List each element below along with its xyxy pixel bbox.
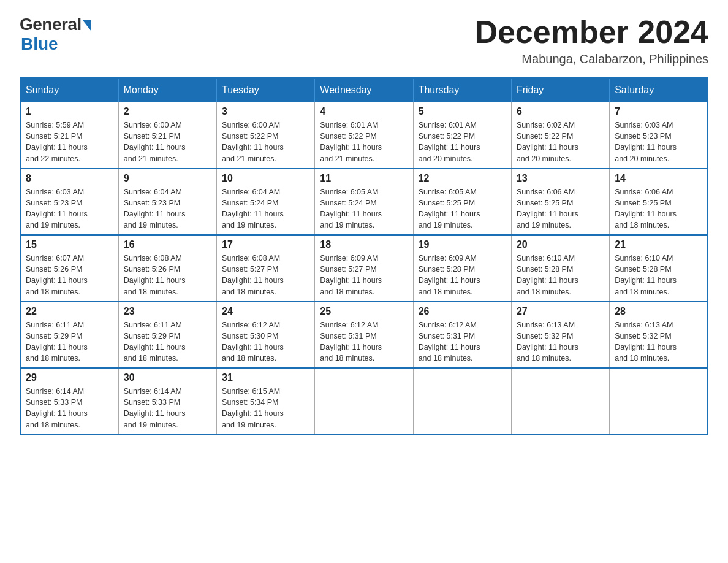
calendar-cell: 8Sunrise: 6:03 AM Sunset: 5:23 PM Daylig… [20, 169, 118, 236]
day-number: 18 [320, 239, 408, 250]
calendar-cell: 9Sunrise: 6:04 AM Sunset: 5:23 PM Daylig… [118, 169, 216, 236]
calendar-cell: 28Sunrise: 6:13 AM Sunset: 5:32 PM Dayli… [610, 302, 708, 369]
calendar-cell: 21Sunrise: 6:10 AM Sunset: 5:28 PM Dayli… [610, 235, 708, 302]
calendar-cell [610, 368, 708, 435]
calendar-cell: 6Sunrise: 6:02 AM Sunset: 5:22 PM Daylig… [511, 102, 609, 169]
day-number: 5 [419, 106, 506, 117]
calendar-cell: 2Sunrise: 6:00 AM Sunset: 5:21 PM Daylig… [118, 102, 216, 169]
day-info: Sunrise: 6:14 AM Sunset: 5:33 PM Dayligh… [124, 386, 211, 431]
day-number: 16 [124, 239, 211, 250]
calendar-cell: 17Sunrise: 6:08 AM Sunset: 5:27 PM Dayli… [217, 235, 315, 302]
day-number: 23 [124, 306, 211, 317]
calendar-week-row: 8Sunrise: 6:03 AM Sunset: 5:23 PM Daylig… [20, 169, 708, 236]
logo-blue-text: Blue [21, 34, 58, 54]
calendar-header-wednesday: Wednesday [315, 78, 413, 102]
day-info: Sunrise: 6:02 AM Sunset: 5:22 PM Dayligh… [517, 120, 604, 164]
day-number: 20 [517, 239, 604, 250]
day-info: Sunrise: 6:14 AM Sunset: 5:33 PM Dayligh… [26, 386, 113, 431]
day-number: 17 [222, 239, 309, 250]
title-section: December 2024 Mabunga, Calabarzon, Phili… [474, 15, 708, 66]
day-info: Sunrise: 6:10 AM Sunset: 5:28 PM Dayligh… [517, 253, 604, 297]
day-number: 27 [517, 306, 604, 317]
day-number: 6 [517, 106, 604, 117]
calendar-week-row: 29Sunrise: 6:14 AM Sunset: 5:33 PM Dayli… [20, 368, 708, 435]
day-info: Sunrise: 6:01 AM Sunset: 5:22 PM Dayligh… [320, 120, 408, 164]
day-info: Sunrise: 6:12 AM Sunset: 5:31 PM Dayligh… [419, 320, 506, 364]
calendar-week-row: 1Sunrise: 5:59 AM Sunset: 5:21 PM Daylig… [20, 102, 708, 169]
calendar-cell: 4Sunrise: 6:01 AM Sunset: 5:22 PM Daylig… [315, 102, 413, 169]
day-number: 25 [320, 306, 408, 317]
day-info: Sunrise: 6:03 AM Sunset: 5:23 PM Dayligh… [26, 186, 113, 231]
calendar-cell: 7Sunrise: 6:03 AM Sunset: 5:23 PM Daylig… [610, 102, 708, 169]
day-number: 11 [320, 173, 408, 184]
day-info: Sunrise: 6:00 AM Sunset: 5:21 PM Dayligh… [124, 120, 211, 164]
calendar-cell: 29Sunrise: 6:14 AM Sunset: 5:33 PM Dayli… [20, 368, 118, 435]
day-number: 24 [222, 306, 309, 317]
day-number: 10 [222, 173, 309, 184]
calendar-cell: 22Sunrise: 6:11 AM Sunset: 5:29 PM Dayli… [20, 302, 118, 369]
calendar-cell: 3Sunrise: 6:00 AM Sunset: 5:22 PM Daylig… [217, 102, 315, 169]
day-info: Sunrise: 6:11 AM Sunset: 5:29 PM Dayligh… [124, 320, 211, 364]
calendar-header-monday: Monday [118, 78, 216, 102]
calendar-header-sunday: Sunday [20, 78, 118, 102]
calendar-cell: 10Sunrise: 6:04 AM Sunset: 5:24 PM Dayli… [217, 169, 315, 236]
day-info: Sunrise: 6:05 AM Sunset: 5:25 PM Dayligh… [419, 186, 506, 231]
day-number: 31 [222, 372, 309, 383]
day-info: Sunrise: 6:06 AM Sunset: 5:25 PM Dayligh… [517, 186, 604, 231]
calendar-header-friday: Friday [511, 78, 609, 102]
day-number: 19 [419, 239, 506, 250]
day-number: 14 [615, 173, 702, 184]
calendar-cell: 19Sunrise: 6:09 AM Sunset: 5:28 PM Dayli… [413, 235, 511, 302]
day-info: Sunrise: 6:04 AM Sunset: 5:24 PM Dayligh… [222, 186, 309, 231]
calendar-header-saturday: Saturday [610, 78, 708, 102]
day-info: Sunrise: 6:09 AM Sunset: 5:28 PM Dayligh… [419, 253, 506, 297]
day-number: 29 [26, 372, 113, 383]
day-number: 12 [419, 173, 506, 184]
day-number: 3 [222, 106, 309, 117]
day-number: 7 [615, 106, 702, 117]
calendar-cell: 15Sunrise: 6:07 AM Sunset: 5:26 PM Dayli… [20, 235, 118, 302]
day-info: Sunrise: 6:08 AM Sunset: 5:26 PM Dayligh… [124, 253, 211, 297]
day-info: Sunrise: 6:09 AM Sunset: 5:27 PM Dayligh… [320, 253, 408, 297]
calendar-cell: 23Sunrise: 6:11 AM Sunset: 5:29 PM Dayli… [118, 302, 216, 369]
calendar-header-thursday: Thursday [413, 78, 511, 102]
day-number: 28 [615, 306, 702, 317]
calendar-week-row: 15Sunrise: 6:07 AM Sunset: 5:26 PM Dayli… [20, 235, 708, 302]
calendar-cell: 31Sunrise: 6:15 AM Sunset: 5:34 PM Dayli… [217, 368, 315, 435]
day-info: Sunrise: 6:15 AM Sunset: 5:34 PM Dayligh… [222, 386, 309, 431]
calendar-cell: 13Sunrise: 6:06 AM Sunset: 5:25 PM Dayli… [511, 169, 609, 236]
calendar-cell: 18Sunrise: 6:09 AM Sunset: 5:27 PM Dayli… [315, 235, 413, 302]
day-number: 30 [124, 372, 211, 383]
logo-arrow-icon [83, 20, 91, 31]
day-info: Sunrise: 6:11 AM Sunset: 5:29 PM Dayligh… [26, 320, 113, 364]
day-info: Sunrise: 6:06 AM Sunset: 5:25 PM Dayligh… [615, 186, 702, 231]
day-number: 1 [26, 106, 113, 117]
calendar-cell: 20Sunrise: 6:10 AM Sunset: 5:28 PM Dayli… [511, 235, 609, 302]
day-info: Sunrise: 6:01 AM Sunset: 5:22 PM Dayligh… [419, 120, 506, 164]
day-info: Sunrise: 6:08 AM Sunset: 5:27 PM Dayligh… [222, 253, 309, 297]
calendar-cell: 5Sunrise: 6:01 AM Sunset: 5:22 PM Daylig… [413, 102, 511, 169]
day-number: 2 [124, 106, 211, 117]
calendar-cell [511, 368, 609, 435]
day-info: Sunrise: 6:00 AM Sunset: 5:22 PM Dayligh… [222, 120, 309, 164]
day-number: 8 [26, 173, 113, 184]
day-info: Sunrise: 6:05 AM Sunset: 5:24 PM Dayligh… [320, 186, 408, 231]
calendar-cell: 1Sunrise: 5:59 AM Sunset: 5:21 PM Daylig… [20, 102, 118, 169]
day-number: 22 [26, 306, 113, 317]
calendar-cell: 14Sunrise: 6:06 AM Sunset: 5:25 PM Dayli… [610, 169, 708, 236]
day-info: Sunrise: 6:04 AM Sunset: 5:23 PM Dayligh… [124, 186, 211, 231]
calendar-cell: 12Sunrise: 6:05 AM Sunset: 5:25 PM Dayli… [413, 169, 511, 236]
day-info: Sunrise: 6:10 AM Sunset: 5:28 PM Dayligh… [615, 253, 702, 297]
day-info: Sunrise: 6:13 AM Sunset: 5:32 PM Dayligh… [615, 320, 702, 364]
calendar-week-row: 22Sunrise: 6:11 AM Sunset: 5:29 PM Dayli… [20, 302, 708, 369]
page-header: General Blue December 2024 Mabunga, Cala… [20, 15, 708, 66]
day-number: 4 [320, 106, 408, 117]
calendar-header-tuesday: Tuesday [217, 78, 315, 102]
day-info: Sunrise: 6:12 AM Sunset: 5:31 PM Dayligh… [320, 320, 408, 364]
calendar-cell: 26Sunrise: 6:12 AM Sunset: 5:31 PM Dayli… [413, 302, 511, 369]
day-number: 9 [124, 173, 211, 184]
calendar-cell [315, 368, 413, 435]
calendar-header-row: SundayMondayTuesdayWednesdayThursdayFrid… [20, 78, 708, 102]
calendar-cell: 30Sunrise: 6:14 AM Sunset: 5:33 PM Dayli… [118, 368, 216, 435]
month-title: December 2024 [474, 15, 708, 50]
